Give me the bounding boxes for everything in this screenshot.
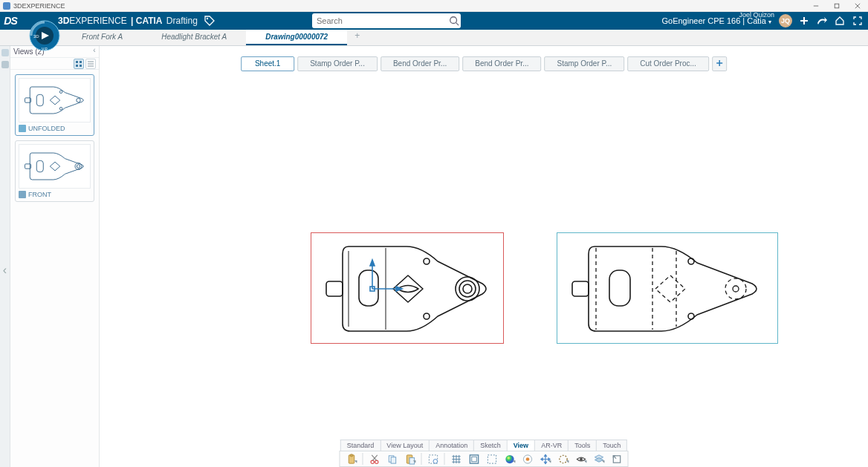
brand-bar: DS 3DEXPERIENCE | CATIA Drafting 3D V.R …	[0, 12, 868, 30]
svg-line-10	[456, 23, 459, 26]
drawing-view-front[interactable]	[311, 232, 504, 344]
toolbar-separator	[363, 453, 363, 465]
rail-layers-icon[interactable]	[1, 61, 9, 68]
svg-rect-27	[36, 160, 43, 172]
document-tabs: Front Fork A Headlight Bracket A Drawing…	[0, 30, 868, 46]
rail-tree-icon[interactable]	[1, 49, 9, 56]
doc-tab-0[interactable]: Front Fork A	[62, 30, 142, 45]
view-mode-grid-icon[interactable]	[74, 59, 84, 69]
sheet-tab-0[interactable]: Sheet.1	[241, 56, 294, 71]
svg-marker-81	[540, 457, 542, 460]
thumb-label: UNFOLDED	[19, 125, 91, 132]
doc-tab-add[interactable]: +	[347, 27, 367, 45]
brand-text: 3DEXPERIENCE | CATIA Drafting	[58, 16, 198, 26]
window-controls	[806, 0, 868, 12]
share-icon[interactable]	[816, 15, 828, 27]
shading-icon[interactable]	[502, 452, 518, 466]
grid-icon[interactable]	[448, 452, 464, 466]
svg-rect-45	[609, 270, 630, 306]
brand-text-rest: EXPERIENCE	[69, 16, 126, 26]
tag-icon[interactable]	[202, 13, 217, 28]
hidden-icon[interactable]	[555, 452, 571, 466]
add-icon[interactable]	[798, 15, 810, 27]
bottom-toolbar	[340, 451, 629, 467]
avatar[interactable]: JQ	[779, 14, 792, 27]
search-icon[interactable]	[447, 16, 461, 26]
svg-point-51	[725, 278, 746, 299]
cat-tab-touch[interactable]: Touch	[597, 440, 626, 451]
copy-icon[interactable]	[384, 452, 401, 466]
view-thumb-unfolded[interactable]: UNFOLDED	[15, 74, 94, 136]
fullscreen-icon[interactable]	[852, 15, 864, 27]
view-mode-list-icon[interactable]	[85, 59, 96, 69]
doc-tab-1[interactable]: Headlight Bracket A	[142, 30, 246, 45]
svg-rect-73	[488, 454, 496, 463]
user-name: Joel Quizon	[739, 11, 774, 19]
svg-line-57	[372, 454, 378, 460]
eye-icon[interactable]	[573, 452, 589, 466]
compass-widget[interactable]: 3D V.R	[28, 19, 61, 52]
views-panel-modes	[10, 58, 99, 70]
svg-point-25	[76, 98, 80, 102]
cat-tab-viewlayout[interactable]: View Layout	[380, 440, 430, 451]
cat-tab-view[interactable]: View	[508, 440, 535, 451]
sheet-tab-4[interactable]: Stamp Order P...	[544, 56, 624, 71]
brand-text-mode: Drafting	[164, 16, 198, 26]
home-icon[interactable]	[834, 15, 846, 27]
sheet-tab-add[interactable]	[712, 56, 727, 71]
toolbar-separator	[444, 453, 445, 465]
cat-tab-annotation[interactable]: Annotation	[430, 440, 474, 451]
search-box[interactable]	[312, 13, 461, 28]
svg-marker-82	[548, 457, 550, 460]
front-icon	[19, 191, 26, 198]
panel-collapse-icon[interactable]: ‹	[89, 46, 100, 56]
expand-icon[interactable]	[609, 452, 625, 466]
thumb-label: FRONT	[19, 191, 91, 198]
cat-tab-tools[interactable]: Tools	[569, 440, 597, 451]
os-title: 3DEXPERIENCE	[13, 2, 65, 10]
clipboard-icon[interactable]	[343, 452, 360, 466]
drawing-canvas[interactable]: Sheet.1 Stamp Order P... Bend Order Pr..…	[100, 46, 868, 467]
unfolded-icon	[19, 125, 26, 132]
frame-icon[interactable]	[466, 452, 482, 466]
svg-rect-17	[80, 65, 82, 67]
svg-point-47	[688, 313, 694, 319]
sheet-tab-1[interactable]: Stamp Order P...	[297, 56, 378, 71]
sheet-tab-5[interactable]: Cut Order Proc...	[627, 56, 709, 71]
thumb-label-text: UNFOLDED	[28, 125, 65, 132]
svg-rect-22	[36, 94, 43, 105]
view-thumb-front[interactable]: FRONT	[15, 140, 94, 202]
sheet-tab-3[interactable]: Bend Order Pr...	[462, 56, 541, 71]
select-view-icon[interactable]	[484, 452, 500, 466]
svg-point-84	[580, 457, 583, 460]
svg-point-74	[505, 454, 514, 463]
cut-icon[interactable]	[366, 452, 383, 466]
close-button[interactable]	[847, 0, 868, 12]
cat-tab-sketch[interactable]: Sketch	[474, 440, 508, 451]
precision-icon[interactable]	[519, 452, 536, 466]
cat-tab-standard[interactable]: Standard	[341, 440, 381, 451]
thumb-label-text: FRONT	[28, 191, 51, 198]
pan-icon[interactable]	[537, 452, 554, 466]
svg-marker-86	[595, 457, 603, 462]
capture-icon[interactable]	[425, 452, 441, 466]
svg-point-38	[463, 284, 472, 293]
paste-icon[interactable]	[402, 452, 418, 466]
rail-collapse-handle[interactable]: ‹	[2, 259, 8, 281]
drawing-view-unfolded[interactable]	[557, 232, 778, 344]
os-title-bar: 3DEXPERIENCE	[0, 0, 868, 12]
svg-rect-14	[76, 61, 78, 63]
svg-marker-79	[544, 454, 547, 456]
svg-rect-15	[80, 61, 82, 63]
doc-tab-2[interactable]: Drawing00000072	[246, 30, 347, 45]
cat-tab-arvr[interactable]: AR-VR	[535, 440, 569, 451]
sheet-tab-2[interactable]: Bend Order Pr...	[380, 56, 459, 71]
svg-point-76	[525, 457, 529, 461]
minimize-button[interactable]	[806, 0, 826, 12]
maximize-button[interactable]	[826, 0, 847, 12]
svg-point-28	[75, 163, 82, 170]
svg-point-24	[59, 107, 62, 110]
svg-point-35	[424, 313, 430, 319]
layers-icon[interactable]	[591, 452, 607, 466]
search-input[interactable]	[312, 15, 447, 27]
